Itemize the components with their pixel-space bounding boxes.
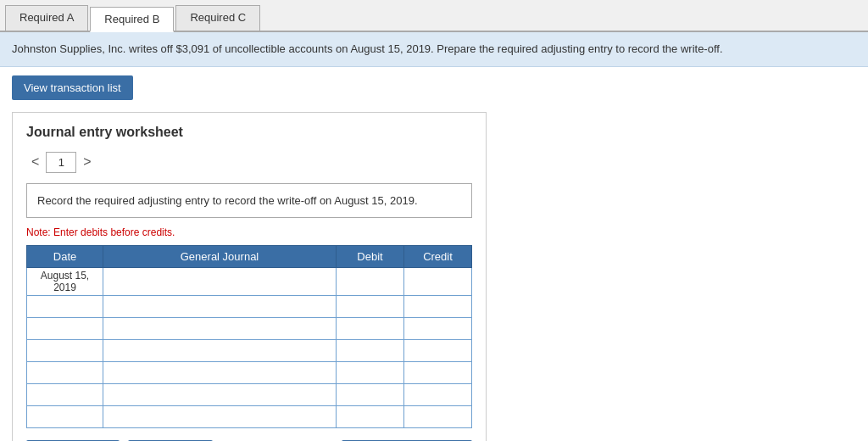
date-cell: August 15,2019 (27, 268, 103, 296)
debit-input[interactable] (337, 406, 403, 427)
general-journal-cell[interactable] (103, 384, 337, 406)
general-journal-cell[interactable] (103, 362, 337, 384)
table-row (27, 318, 472, 340)
general-journal-input[interactable] (103, 384, 336, 405)
credit-input[interactable] (404, 318, 471, 339)
debit-cell[interactable] (337, 268, 404, 296)
debit-input[interactable] (337, 318, 403, 339)
debit-input[interactable] (337, 340, 403, 361)
general-journal-input[interactable] (103, 340, 336, 361)
credit-cell[interactable] (404, 318, 472, 340)
credit-cell[interactable] (404, 384, 472, 406)
general-journal-cell[interactable] (103, 406, 337, 428)
debit-cell[interactable] (337, 318, 404, 340)
debit-input[interactable] (337, 384, 403, 405)
table-row: August 15,2019 (27, 268, 472, 296)
debit-cell[interactable] (337, 362, 404, 384)
tab-required-b[interactable]: Required B (90, 7, 174, 32)
credit-input[interactable] (404, 384, 471, 405)
col-header-credit: Credit (404, 246, 472, 268)
general-journal-cell[interactable] (103, 318, 337, 340)
debit-cell[interactable] (337, 406, 404, 428)
credit-input[interactable] (404, 268, 471, 295)
nav-prev-arrow[interactable]: < (26, 153, 44, 171)
worksheet-title: Journal entry worksheet (26, 125, 472, 140)
table-row (27, 340, 472, 362)
info-box: Johnston Supplies, Inc. writes off $3,09… (0, 32, 868, 67)
credit-cell[interactable] (404, 406, 472, 428)
general-journal-cell[interactable] (103, 268, 337, 296)
debit-cell[interactable] (337, 384, 404, 406)
date-cell (27, 318, 103, 340)
tabs-bar: Required A Required B Required C (0, 0, 868, 32)
date-cell (27, 296, 103, 318)
table-row (27, 296, 472, 318)
nav-next-arrow[interactable]: > (78, 153, 96, 171)
nav-row: < 1 > (26, 152, 472, 173)
general-journal-input[interactable] (103, 406, 336, 427)
view-transaction-button[interactable]: View transaction list (12, 75, 133, 100)
credit-cell[interactable] (404, 296, 472, 318)
debit-cell[interactable] (337, 340, 404, 362)
general-journal-cell[interactable] (103, 296, 337, 318)
col-header-debit: Debit (337, 246, 404, 268)
page-number: 1 (46, 152, 76, 173)
general-journal-cell[interactable] (103, 340, 337, 362)
tab-required-a[interactable]: Required A (5, 5, 88, 31)
date-cell (27, 406, 103, 428)
general-journal-input[interactable] (103, 268, 336, 295)
credit-cell[interactable] (404, 362, 472, 384)
credit-input[interactable] (404, 406, 471, 427)
instructions-box: Record the required adjusting entry to r… (26, 183, 472, 219)
table-row (27, 384, 472, 406)
info-text: Johnston Supplies, Inc. writes off $3,09… (12, 42, 723, 55)
col-header-date: Date (27, 246, 103, 268)
general-journal-input[interactable] (103, 362, 336, 383)
credit-input[interactable] (404, 362, 471, 383)
credit-cell[interactable] (404, 340, 472, 362)
debit-cell[interactable] (337, 296, 404, 318)
debit-input[interactable] (337, 362, 403, 383)
instructions-text: Record the required adjusting entry to r… (37, 194, 418, 207)
table-row (27, 362, 472, 384)
date-cell (27, 362, 103, 384)
worksheet-container: Journal entry worksheet < 1 > Record the… (12, 112, 487, 442)
credit-input[interactable] (404, 296, 471, 317)
date-cell (27, 340, 103, 362)
general-journal-input[interactable] (103, 296, 336, 317)
col-header-general-journal: General Journal (103, 246, 337, 268)
journal-table: Date General Journal Debit Credit August… (26, 245, 472, 428)
credit-cell[interactable] (404, 268, 472, 296)
general-journal-input[interactable] (103, 318, 336, 339)
debit-input[interactable] (337, 296, 403, 317)
debit-input[interactable] (337, 268, 403, 295)
note-text: Note: Enter debits before credits. (26, 226, 472, 238)
credit-input[interactable] (404, 340, 471, 361)
date-cell (27, 384, 103, 406)
table-row (27, 406, 472, 428)
tab-required-c[interactable]: Required C (175, 5, 260, 31)
